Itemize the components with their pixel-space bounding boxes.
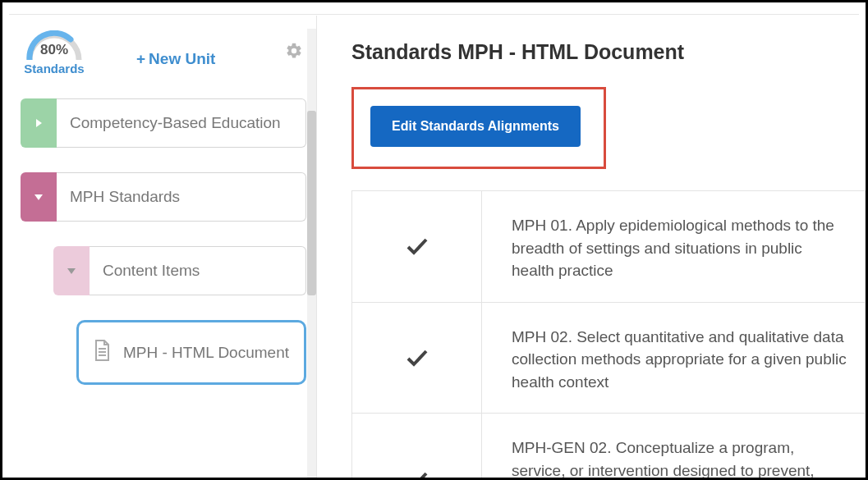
plus-icon: + — [136, 50, 145, 68]
sidebar-item-mph-standards[interactable]: MPH Standards — [21, 172, 306, 222]
sidebar-item-mph-html-document[interactable]: MPH - HTML Document — [76, 320, 306, 385]
new-unit-label: New Unit — [149, 50, 215, 68]
document-icon — [92, 339, 112, 366]
collapse-handle[interactable] — [21, 172, 57, 222]
edit-standards-alignments-button[interactable]: Edit Standards Alignments — [370, 106, 581, 147]
gauge-label: Standards — [17, 62, 91, 75]
check-icon — [406, 237, 429, 255]
standards-table: MPH 01. Apply epidemiological methods to… — [351, 190, 866, 478]
gear-icon[interactable] — [285, 42, 303, 63]
highlight-annotation: Edit Standards Alignments — [351, 87, 606, 169]
sidebar-item-competency[interactable]: Competency-Based Education — [21, 98, 306, 148]
standard-check-cell — [352, 303, 482, 414]
sidebar-item-label: Content Items — [90, 246, 306, 295]
check-icon — [406, 349, 429, 367]
standard-row: MPH 01. Apply epidemiological methods to… — [351, 190, 866, 302]
gauge-percent: 80% — [25, 42, 84, 58]
sidebar-item-label: Competency-Based Education — [57, 98, 306, 148]
standard-text: MPH-GEN 02. Conceptualize a program, ser… — [482, 414, 865, 478]
triangle-right-icon — [36, 119, 42, 127]
scrollbar-thumb[interactable] — [307, 111, 316, 295]
sidebar-item-content-items[interactable]: Content Items — [53, 246, 306, 295]
sidebar-item-label: MPH - HTML Document — [123, 344, 289, 362]
standards-gauge[interactable]: 80% Standards — [17, 30, 91, 75]
scrollbar-track — [307, 29, 316, 478]
new-unit-button[interactable]: + New Unit — [136, 50, 215, 68]
page-title: Standards MPH - HTML Document — [351, 40, 866, 64]
sidebar-header: 80% Standards + New Unit — [9, 16, 316, 75]
triangle-down-icon — [34, 194, 43, 200]
expand-handle[interactable] — [21, 98, 57, 148]
standard-check-cell — [352, 191, 482, 302]
standard-row: MPH 02. Select quantitative and qualitat… — [351, 302, 866, 414]
main-content: Standards MPH - HTML Document Edit Stand… — [327, 16, 866, 478]
standard-row: MPH-GEN 02. Conceptualize a program, ser… — [351, 413, 866, 478]
sidebar-tree: Competency-Based Education MPH Standards… — [9, 98, 316, 385]
triangle-down-icon — [67, 268, 76, 274]
standard-check-cell — [352, 414, 482, 478]
check-icon — [406, 471, 429, 478]
sidebar: 80% Standards + New Unit Competency-Base… — [9, 16, 317, 478]
sidebar-item-label: MPH Standards — [57, 172, 306, 222]
standard-text: MPH 02. Select quantitative and qualitat… — [482, 303, 865, 414]
collapse-handle[interactable] — [53, 246, 90, 295]
standard-text: MPH 01. Apply epidemiological methods to… — [482, 191, 865, 302]
